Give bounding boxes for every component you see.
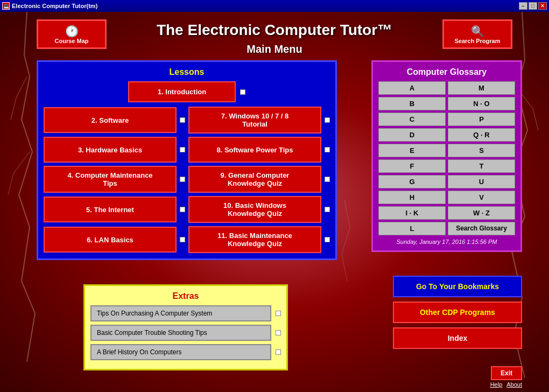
- glossary-wz[interactable]: W · Z: [448, 206, 515, 220]
- lesson-5-button[interactable]: 5. The Internet: [44, 197, 177, 222]
- exit-button[interactable]: Exit: [491, 366, 522, 380]
- lesson-4-checkbox[interactable]: [180, 177, 185, 182]
- lesson-6-button[interactable]: 6. LAN Basics: [44, 227, 177, 253]
- lesson-2-checkbox[interactable]: [180, 117, 185, 123]
- glossary-qr[interactable]: Q · R: [448, 128, 515, 142]
- lesson-10-cell: 10. Basic Windows Knowledge Quiz: [188, 196, 330, 223]
- lesson-9-checkbox[interactable]: [325, 177, 330, 182]
- minimize-button[interactable]: –: [519, 2, 527, 10]
- extra-2-button[interactable]: Basic Computer Trouble Shooting Tips: [90, 325, 271, 341]
- lesson-4-button[interactable]: 4. Computer Maintenance Tips: [44, 166, 177, 193]
- glossary-h[interactable]: H: [378, 191, 446, 204]
- lesson-6-cell: 6. LAN Basics: [44, 226, 185, 253]
- search-prog-icon: 🔍: [471, 25, 484, 38]
- glossary-t[interactable]: T: [448, 159, 515, 173]
- bookmarks-button[interactable]: Go To Your Bookmarks: [393, 276, 522, 297]
- app-title: The Electronic Computer Tutor™: [157, 22, 392, 39]
- close-button[interactable]: ✕: [538, 2, 547, 10]
- search-prog-label: Search Program: [455, 38, 501, 44]
- extra-2-row: Basic Computer Trouble Shooting Tips: [90, 325, 281, 341]
- lesson-8-cell: 8. Software Power Tips: [188, 137, 330, 163]
- glossary-e[interactable]: E: [378, 144, 446, 157]
- lesson-10-button[interactable]: 10. Basic Windows Knowledge Quiz: [188, 196, 321, 223]
- lesson-2-cell: 2. Software: [44, 107, 185, 134]
- lesson-10-checkbox[interactable]: [325, 207, 330, 212]
- lesson-7-checkbox[interactable]: [325, 117, 330, 123]
- search-program-button[interactable]: 🔍 Search Program: [442, 19, 512, 49]
- right-panel: Go To Your Bookmarks Other CDP Programs …: [393, 276, 522, 349]
- glossary-u[interactable]: U: [448, 175, 515, 188]
- help-about-bar: Help About: [490, 381, 522, 388]
- lesson-6-checkbox[interactable]: [180, 237, 185, 242]
- lesson-9-cell: 9. General Computer Knowledge Quiz: [188, 166, 330, 193]
- course-map-label: Course Map: [55, 38, 89, 44]
- glossary-p[interactable]: P: [448, 113, 515, 126]
- glossary-d[interactable]: D: [378, 128, 446, 142]
- glossary-s[interactable]: S: [448, 144, 515, 157]
- glossary-b[interactable]: B: [378, 97, 446, 110]
- lesson-1-button[interactable]: 1. Introduction: [128, 81, 236, 102]
- window-controls: – □ ✕: [519, 2, 547, 10]
- course-map-icon: 🕐: [65, 25, 79, 38]
- intro-row: 1. Introduction: [44, 81, 330, 102]
- lesson-7-button[interactable]: 7. Windows 10 / 7 / 8 Tutorial: [188, 107, 321, 134]
- lesson-5-checkbox[interactable]: [180, 207, 185, 212]
- extra-3-row: A Brief History On Computers: [90, 344, 281, 360]
- extras-heading: Extras: [90, 291, 281, 301]
- lessons-heading: Lessons: [44, 67, 330, 77]
- glossary-grid: A M B N · O C P D Q · R E S F T G U H V …: [378, 81, 515, 235]
- lesson-8-button[interactable]: 8. Software Power Tips: [188, 137, 321, 163]
- glossary-a[interactable]: A: [378, 81, 446, 95]
- glossary-heading: Computer Glossary: [378, 67, 515, 77]
- lesson-3-button[interactable]: 3. Hardware Basics: [44, 137, 177, 163]
- index-button[interactable]: Index: [393, 327, 522, 349]
- course-map-button[interactable]: 🕐 Course Map: [37, 19, 107, 49]
- extras-panel: Extras Tips On Purchasing A Computer Sys…: [83, 284, 288, 370]
- main-menu-label: Main Menu: [247, 43, 302, 55]
- cdp-button[interactable]: Other CDP Programs: [393, 302, 522, 323]
- lesson-11-checkbox[interactable]: [325, 237, 330, 242]
- extra-1-row: Tips On Purchasing A Computer System: [90, 305, 281, 321]
- glossary-f[interactable]: F: [378, 159, 446, 173]
- glossary-g[interactable]: G: [378, 175, 446, 188]
- search-glossary-button[interactable]: Search Glossary: [448, 222, 515, 235]
- lesson-9-button[interactable]: 9. General Computer Knowledge Quiz: [188, 166, 321, 193]
- extra-3-checkbox[interactable]: [276, 349, 281, 355]
- lesson-11-cell: 11. Basic Maintenance Knowledge Quiz: [188, 226, 330, 253]
- lessons-panel: Lessons 1. Introduction 2. Software 7. W…: [37, 60, 337, 260]
- bottom-right: Exit Help About: [490, 366, 522, 388]
- lessons-grid: 2. Software 7. Windows 10 / 7 / 8 Tutori…: [44, 107, 330, 253]
- maximize-button[interactable]: □: [529, 2, 537, 10]
- lesson-11-button[interactable]: 11. Basic Maintenance Knowledge Quiz: [188, 226, 321, 253]
- app-icon: 💻: [2, 2, 10, 10]
- lesson-3-checkbox[interactable]: [180, 147, 185, 152]
- lesson-2-button[interactable]: 2. Software: [44, 107, 177, 133]
- extra-1-button[interactable]: Tips On Purchasing A Computer System: [90, 305, 271, 321]
- glossary-v[interactable]: V: [448, 191, 515, 204]
- glossary-panel: Computer Glossary A M B N · O C P D Q · …: [371, 60, 522, 252]
- extra-1-checkbox[interactable]: [276, 311, 281, 316]
- glossary-date: Sunday, January 17, 2016 1:15:56 PM: [378, 239, 515, 245]
- glossary-ik[interactable]: I · K: [378, 206, 446, 220]
- glossary-no[interactable]: N · O: [448, 97, 515, 110]
- title-bar: 💻 Electronic Computer Tutor(tm) – □ ✕: [0, 0, 549, 12]
- glossary-m[interactable]: M: [448, 81, 515, 95]
- lesson-1-checkbox[interactable]: [240, 89, 245, 95]
- glossary-c[interactable]: C: [378, 113, 446, 126]
- window-title: Electronic Computer Tutor(tm): [12, 3, 97, 9]
- lesson-7-cell: 7. Windows 10 / 7 / 8 Tutorial: [188, 107, 330, 134]
- about-link[interactable]: About: [506, 381, 522, 388]
- lesson-5-cell: 5. The Internet: [44, 196, 185, 223]
- glossary-l[interactable]: L: [378, 222, 446, 235]
- lesson-8-checkbox[interactable]: [325, 147, 330, 152]
- extra-2-checkbox[interactable]: [276, 330, 281, 335]
- extra-3-button[interactable]: A Brief History On Computers: [90, 344, 271, 360]
- help-link[interactable]: Help: [490, 381, 503, 388]
- lesson-3-cell: 3. Hardware Basics: [44, 137, 185, 163]
- lesson-4-cell: 4. Computer Maintenance Tips: [44, 166, 185, 193]
